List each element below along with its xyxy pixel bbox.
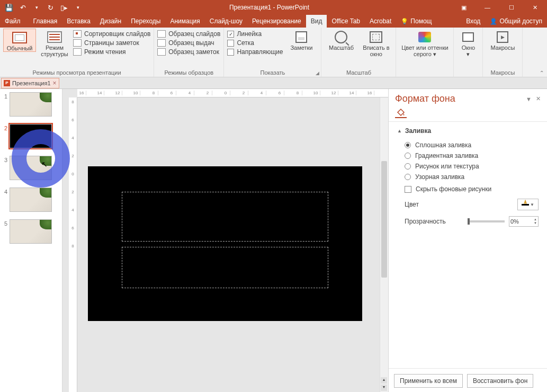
reset-background-button[interactable]: Восстановить фон [467, 374, 533, 388]
thumbnail-number: 3 [2, 156, 7, 163]
previous-slide-button[interactable]: ▴ [381, 377, 387, 384]
save-icon[interactable]: 💾 [3, 2, 15, 13]
fill-section-header[interactable]: ▲ Заливка [397, 127, 539, 135]
hide-background-checkbox[interactable]: Скрыть фоновые рисунки [397, 182, 539, 194]
tab-transitions[interactable]: Переходы [126, 15, 165, 28]
macros-button[interactable]: ▶ Макросы [486, 29, 519, 51]
tab-insert[interactable]: Вставка [62, 15, 95, 28]
color-picker-button[interactable]: ▼ [517, 199, 539, 210]
pane-category-icons [389, 108, 547, 122]
spinner-arrows[interactable]: ▲▼ [534, 218, 537, 225]
tab-home[interactable]: Главная [29, 15, 62, 28]
guides-checkbox[interactable]: Направляющие [227, 48, 283, 56]
solid-fill-radio[interactable]: Сплошная заливка [397, 140, 539, 150]
share-button[interactable]: 👤Общий доступ [485, 15, 547, 28]
thumbnail-number: 5 [2, 219, 7, 227]
collapse-ribbon-button[interactable]: ⌃ [540, 70, 544, 76]
group-window: Окно▾ [454, 28, 483, 77]
slide-thumbnail-4[interactable] [10, 188, 52, 212]
title-placeholder[interactable] [122, 192, 328, 242]
zoom-label: Масштаб [329, 44, 354, 51]
reading-view-button[interactable]: Режим чтения [73, 48, 150, 56]
group-presentation-views: Обычный Режим структуры Сортировщик слай… [0, 28, 154, 77]
tab-acrobat[interactable]: Acrobat [365, 15, 396, 28]
slide-thumbnail-panel: 1 2 3 4 5 [0, 89, 62, 392]
collapse-triangle-icon: ▲ [397, 128, 402, 133]
tab-file[interactable]: Файл [0, 15, 25, 28]
fit-to-window-label: Вписать в окно [360, 44, 392, 57]
subtitle-placeholder[interactable] [122, 247, 328, 288]
next-slide-button[interactable]: ▾ [381, 385, 387, 391]
notes-master-button[interactable]: Образец заметок [157, 48, 220, 56]
tab-review[interactable]: Рецензирование [247, 15, 306, 28]
picture-fill-radio[interactable]: Рисунок или текстура [397, 161, 539, 172]
notes-button[interactable]: Заметки [285, 29, 318, 51]
slide-canvas[interactable] [88, 166, 362, 321]
tab-view[interactable]: Вид [306, 15, 327, 28]
notes-page-label: Страницы заметок [84, 39, 139, 47]
gradient-fill-radio[interactable]: Градиентная заливка [397, 150, 539, 161]
redo-icon[interactable]: ↻ [44, 2, 56, 13]
zoom-icon [335, 31, 347, 43]
tab-animations[interactable]: Анимация [165, 15, 204, 28]
reading-view-icon [73, 48, 82, 56]
hide-background-label: Скрыть фоновые рисунки [416, 185, 491, 193]
group-master-views-label: Режимы образцов [157, 69, 220, 77]
slider-handle[interactable] [468, 218, 470, 225]
thumbnail-number: 2 [2, 124, 7, 131]
fit-to-window-button[interactable]: Вписать в окно [360, 29, 392, 57]
vertical-scrollbar[interactable] [380, 97, 388, 392]
normal-view-button[interactable]: Обычный [3, 29, 36, 52]
slide-sorter-icon [73, 30, 82, 38]
close-button[interactable]: ✕ [523, 0, 547, 15]
notes-page-button[interactable]: Страницы заметок [73, 39, 150, 47]
document-tab-label: Презентация1 [12, 80, 51, 86]
picture-fill-label: Рисунок или текстура [415, 163, 479, 170]
fill-category-icon[interactable] [395, 108, 407, 118]
undo-icon[interactable]: ↶ [17, 2, 29, 13]
slide-sorter-button[interactable]: Сортировщик слайдов [73, 30, 150, 38]
tab-slideshow[interactable]: Слайд-шоу [205, 15, 247, 28]
group-presentation-views-label: Режимы просмотра презентации [3, 69, 150, 77]
fit-to-window-icon [370, 31, 382, 43]
outline-view-button[interactable]: Режим структуры [38, 29, 71, 57]
undo-dropdown[interactable]: ▾ [31, 2, 42, 13]
minimize-button[interactable]: ― [476, 0, 499, 15]
sign-in-button[interactable]: Вход [461, 15, 485, 28]
pane-close-button[interactable]: ✕ [536, 95, 541, 102]
zoom-button[interactable]: Масштаб [325, 29, 357, 51]
thumbnail-number: 1 [2, 92, 7, 100]
handout-master-button[interactable]: Образец выдач [157, 39, 220, 47]
ribbon-display-options-icon[interactable]: ▣ [452, 0, 476, 15]
show-dialog-launcher[interactable]: ◢ [316, 70, 319, 76]
ruler-checkbox[interactable]: ✓Линейка [227, 30, 283, 38]
slide-thumbnail-2[interactable] [10, 124, 52, 148]
slide-thumbnail-1[interactable] [10, 92, 52, 117]
color-grayscale-button[interactable]: Цвет или оттенки серого ▾ [399, 29, 450, 57]
transparency-spinner[interactable]: 0% ▲▼ [509, 216, 539, 227]
slide-master-button[interactable]: Образец слайдов [157, 30, 220, 38]
slide-master-label: Образец слайдов [168, 30, 220, 38]
transparency-slider[interactable] [468, 220, 505, 222]
document-tab[interactable]: P Презентация1 × [1, 78, 59, 88]
apply-to-all-button[interactable]: Применить ко всем [394, 374, 463, 388]
window-button[interactable]: Окно▾ [457, 29, 479, 57]
slide-thumbnail-5[interactable] [10, 219, 52, 244]
document-tab-close-icon[interactable]: × [53, 79, 57, 87]
tell-me[interactable]: 💡Помощ [396, 15, 436, 28]
start-from-beginning-icon[interactable]: ▯▸ [58, 2, 70, 13]
radio-icon [405, 163, 411, 170]
pane-options-dropdown[interactable]: ▼ [526, 96, 532, 102]
pattern-fill-radio[interactable]: Узорная заливка [397, 172, 539, 182]
tab-officetab[interactable]: Office Tab [327, 15, 365, 28]
handout-master-label: Образец выдач [168, 39, 214, 47]
gridlines-checkbox[interactable]: Сетка [227, 39, 283, 47]
tab-design[interactable]: Дизайн [95, 15, 126, 28]
group-master-views: Образец слайдов Образец выдач Образец за… [154, 28, 224, 77]
dropdown-arrow-icon: ▼ [530, 202, 534, 207]
slide-thumbnail-3[interactable] [10, 156, 52, 180]
format-background-pane: Формат фона ▼ ✕ ▲ Заливка Сплошная залив… [388, 89, 547, 392]
scrollbar-thumb[interactable] [381, 161, 387, 278]
qat-customize-dropdown[interactable]: ▾ [72, 2, 84, 13]
maximize-button[interactable]: ☐ [499, 0, 523, 15]
